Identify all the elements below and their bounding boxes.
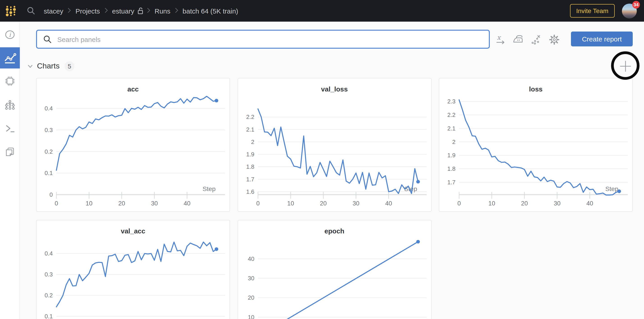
- svg-text:0.1: 0.1: [45, 313, 53, 319]
- svg-text:i: i: [9, 31, 11, 38]
- breadcrumb-separator-icon: [174, 7, 178, 15]
- svg-text:2.1: 2.1: [447, 125, 456, 132]
- svg-text:x: x: [497, 34, 501, 41]
- sidebar-item-system[interactable]: [0, 71, 20, 91]
- chart-title-acc: acc: [36, 85, 230, 93]
- chart-panel-acc[interactable]: 00.10.20.30.4010203040Stepacc: [36, 78, 230, 212]
- unlocked-icon: [138, 7, 144, 14]
- outliers-button[interactable]: [530, 33, 543, 46]
- svg-text:2: 2: [452, 139, 456, 145]
- breadcrumb-separator-icon: [146, 7, 151, 15]
- svg-text:1.9: 1.9: [447, 152, 456, 159]
- chart-panel-epoch[interactable]: 10203040010203040Stepepoch: [238, 220, 431, 319]
- smoothing-button[interactable]: [512, 33, 525, 46]
- breadcrumb: staceyProjectsestuaryRunsbatch 64 (5K tr…: [42, 7, 240, 15]
- svg-text:40: 40: [385, 200, 392, 207]
- chart-panel-loss[interactable]: 1.71.81.922.12.22.3010203040Steploss: [439, 78, 633, 212]
- charts-grid: 00.10.20.30.4010203040Stepacc1.61.71.81.…: [36, 78, 633, 319]
- chart-svg-val_acc: 0.10.20.30.4010203040Step: [36, 220, 230, 319]
- chart-title-epoch: epoch: [238, 227, 431, 235]
- search-panels-box: [36, 30, 490, 49]
- breadcrumb-separator-icon: [104, 7, 108, 15]
- svg-text:0.2: 0.2: [45, 148, 53, 155]
- svg-text:40: 40: [586, 200, 593, 207]
- breadcrumb-item[interactable]: stacey: [42, 7, 65, 15]
- sidebar-item-model[interactable]: [0, 95, 20, 115]
- sidebar-item-charts[interactable]: [0, 47, 20, 68]
- svg-text:0: 0: [54, 200, 58, 207]
- left-sidebar: i: [0, 22, 20, 319]
- chart-svg-epoch: 10203040010203040Step: [238, 220, 432, 319]
- charts-count-badge: 5: [64, 61, 74, 71]
- svg-text:2.1: 2.1: [246, 126, 254, 133]
- plus-icon: [619, 60, 632, 72]
- notification-badge: 34: [632, 1, 640, 8]
- x-axis-settings-button[interactable]: x: [494, 33, 507, 46]
- chart-svg-loss: 1.71.81.922.12.22.3010203040Step: [439, 78, 633, 212]
- info-icon: i: [4, 29, 15, 40]
- breadcrumb-separator-icon: [68, 7, 72, 15]
- chart-title-val_loss: val_loss: [238, 85, 431, 93]
- svg-text:0.3: 0.3: [45, 127, 53, 133]
- collapse-charts-button[interactable]: [27, 63, 33, 69]
- svg-text:40: 40: [248, 255, 254, 262]
- svg-text:Step: Step: [605, 185, 618, 192]
- svg-text:30: 30: [151, 200, 158, 207]
- chevron-down-icon: [27, 63, 33, 69]
- svg-text:30: 30: [554, 200, 560, 207]
- panel-settings-button[interactable]: [548, 33, 561, 46]
- chart-title-loss: loss: [439, 85, 632, 93]
- system-chip-icon: [4, 75, 16, 87]
- chart-title-val_acc: val_acc: [36, 227, 230, 235]
- svg-text:Step: Step: [202, 185, 216, 192]
- invite-team-button[interactable]: Invite Team: [570, 4, 615, 17]
- svg-text:10: 10: [248, 314, 254, 319]
- svg-text:2.2: 2.2: [447, 111, 456, 118]
- smoothing-iron-icon: [512, 34, 524, 45]
- breadcrumb-item[interactable]: batch 64 (5K train): [181, 7, 240, 15]
- svg-text:0.1: 0.1: [45, 170, 53, 176]
- svg-text:20: 20: [521, 200, 528, 207]
- add-panel-button[interactable]: [619, 60, 632, 72]
- wandb-logo-icon[interactable]: [5, 5, 17, 17]
- charts-section-header: Charts 5: [27, 61, 74, 71]
- charts-section-label: Charts: [37, 62, 60, 71]
- chart-svg-acc: 00.10.20.30.4010203040Step: [36, 78, 230, 212]
- breadcrumb-item[interactable]: estuary: [110, 7, 136, 15]
- chart-svg-val_loss: 1.61.71.81.922.12.2010203040Step: [238, 78, 432, 212]
- svg-text:30: 30: [248, 275, 254, 281]
- sidebar-item-logs[interactable]: [0, 118, 20, 138]
- breadcrumb-item[interactable]: Runs: [153, 7, 172, 15]
- breadcrumb-item[interactable]: Projects: [74, 7, 102, 15]
- svg-text:0.4: 0.4: [45, 105, 53, 112]
- svg-text:1.9: 1.9: [246, 151, 254, 158]
- svg-text:0.3: 0.3: [45, 271, 53, 278]
- header-search-icon[interactable]: [26, 6, 36, 15]
- svg-text:20: 20: [118, 200, 125, 207]
- svg-text:1.7: 1.7: [447, 179, 456, 186]
- terminal-icon: [4, 123, 15, 134]
- settings-gear-icon: [548, 34, 560, 45]
- create-report-button[interactable]: Create report: [571, 31, 633, 46]
- svg-text:0: 0: [50, 191, 53, 198]
- svg-text:0.2: 0.2: [45, 292, 53, 299]
- search-panels-input[interactable]: [56, 31, 489, 48]
- svg-text:20: 20: [320, 200, 326, 207]
- sidebar-item-overview[interactable]: i: [0, 25, 20, 45]
- sidebar-item-files[interactable]: [0, 142, 20, 162]
- svg-text:30: 30: [352, 200, 359, 207]
- svg-text:10: 10: [86, 200, 92, 207]
- model-graph-icon: [4, 100, 15, 110]
- svg-text:0.4: 0.4: [45, 250, 53, 257]
- chart-panel-val_loss[interactable]: 1.61.71.81.922.12.2010203040Stepval_loss: [238, 78, 431, 212]
- top-header: staceyProjectsestuaryRunsbatch 64 (5K tr…: [0, 0, 644, 22]
- outlier-scatter-icon: [530, 34, 542, 45]
- chart-panel-val_acc[interactable]: 0.10.20.30.4010203040Stepval_acc: [36, 220, 230, 319]
- svg-text:1.7: 1.7: [246, 176, 254, 183]
- svg-text:0: 0: [256, 200, 259, 207]
- svg-text:2: 2: [251, 139, 254, 145]
- workspace-page: staceyProjectsestuaryRunsbatch 64 (5K tr…: [0, 0, 644, 319]
- svg-text:10: 10: [287, 200, 294, 207]
- svg-text:1.8: 1.8: [447, 165, 456, 172]
- svg-text:20: 20: [248, 294, 254, 301]
